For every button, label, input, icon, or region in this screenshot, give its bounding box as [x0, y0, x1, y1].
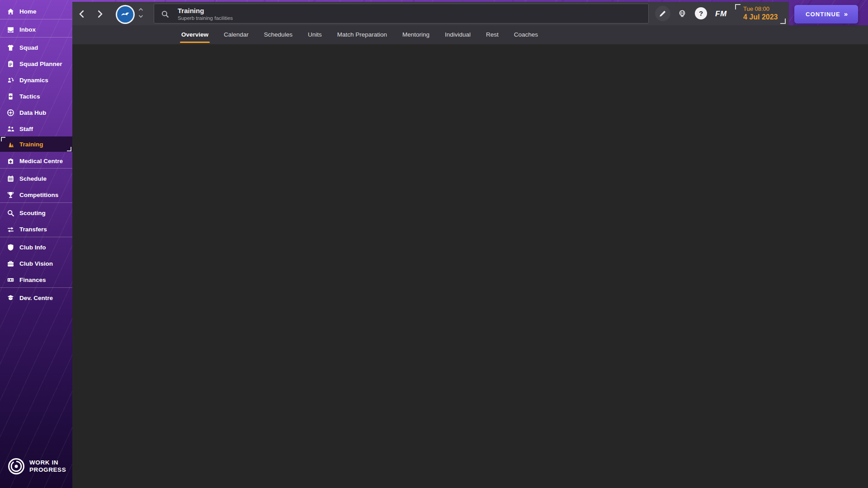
wip-line1: WORK IN — [29, 459, 58, 466]
app-window: WORK IN PROGRESS HomeInboxSquadSquad Pla… — [0, 0, 868, 488]
tab-match-preparation[interactable]: Match Preparation — [330, 25, 395, 44]
chevron-down-icon — [138, 14, 143, 18]
sidebar-separator — [0, 37, 72, 38]
game-date-value: 4 Jul 2023 — [743, 13, 786, 21]
tab-calendar[interactable]: Calendar — [216, 25, 256, 44]
sidebar-item-squad[interactable]: Squad — [0, 41, 72, 54]
sidebar-item-label: Schedule — [19, 175, 47, 182]
sidebar-item-label: Squad — [19, 44, 38, 51]
main-content — [72, 44, 868, 488]
datahub-icon — [7, 109, 14, 117]
sidebar-separator — [0, 202, 72, 203]
tab-rest[interactable]: Rest — [478, 25, 506, 44]
sidebar-item-label: Staff — [19, 126, 33, 132]
search-icon — [161, 10, 169, 18]
sidebar-item-label: Finances — [19, 277, 46, 283]
sidebar-item-squad-planner[interactable]: Squad Planner — [0, 57, 72, 70]
sidebar-item-inbox[interactable]: Inbox — [0, 23, 72, 36]
shield-icon — [7, 244, 14, 251]
sidebar-item-label: Club Vision — [19, 260, 53, 267]
continue-button[interactable]: CONTINUE » — [794, 5, 858, 23]
sidebar-item-label: Transfers — [19, 226, 47, 233]
sidebar-item-dynamics[interactable]: Dynamics — [0, 73, 72, 87]
forward-button[interactable] — [94, 8, 106, 20]
sidebar-item-label: Tactics — [19, 93, 40, 100]
sidebar-item-scouting[interactable]: Scouting — [0, 206, 72, 220]
question-mark-icon: ? — [699, 9, 703, 17]
scout-icon — [7, 209, 14, 217]
continue-label: CONTINUE — [806, 11, 840, 18]
staff-icon — [7, 125, 14, 133]
sidebar-item-label: Inbox — [19, 26, 36, 33]
sidebar-item-tactics[interactable]: Tactics — [0, 89, 72, 103]
sidebar-item-label: Home — [19, 8, 37, 15]
schedule-icon — [7, 175, 14, 183]
club-badge[interactable] — [116, 5, 135, 24]
work-in-progress-logo: WORK IN PROGRESS — [7, 457, 66, 475]
sidebar-separator — [0, 168, 72, 169]
shirt-icon — [7, 44, 14, 52]
game-date: Tue 08:00 4 Jul 2023 — [735, 4, 786, 24]
sidebar-item-label: Scouting — [19, 210, 46, 216]
sidebar-item-label: Data Hub — [19, 109, 46, 116]
globe-icon — [678, 9, 686, 18]
training-icon — [7, 141, 14, 148]
tab-strip: OverviewCalendarSchedulesUnitsMatch Prep… — [72, 25, 868, 44]
pencil-icon — [659, 9, 667, 18]
top-bar: Training Superb training facilities ? FM… — [72, 2, 789, 25]
chevron-right-icon — [96, 10, 104, 18]
sidebar-item-label: Competitions — [19, 192, 58, 198]
inbox-icon — [7, 26, 14, 33]
clipboard-icon — [7, 60, 14, 68]
tactics-icon — [7, 93, 14, 100]
tab-mentoring[interactable]: Mentoring — [395, 25, 437, 44]
game-time: Tue 08:00 — [743, 5, 786, 12]
sidebar-item-club-info[interactable]: Club Info — [0, 240, 72, 254]
dynamics-icon — [7, 76, 14, 84]
sidebar-separator — [0, 19, 72, 19]
tab-individual[interactable]: Individual — [437, 25, 478, 44]
sidebar-item-competitions[interactable]: Competitions — [0, 188, 72, 202]
search-bar[interactable]: Training Superb training facilities — [154, 4, 649, 23]
sidebar-item-data-hub[interactable]: Data Hub — [0, 106, 72, 119]
transfers-icon — [7, 225, 14, 233]
tab-units[interactable]: Units — [300, 25, 330, 44]
sidebar-item-training[interactable]: Training — [0, 136, 72, 152]
devcentre-icon — [7, 294, 14, 302]
sidebar-item-transfers[interactable]: Transfers — [0, 222, 72, 236]
trophy-icon — [7, 191, 14, 199]
sidebar-item-finances[interactable]: Finances — [0, 273, 72, 286]
club-switcher[interactable] — [138, 8, 143, 18]
sidebar-item-dev-centre[interactable]: Dev. Centre — [0, 291, 72, 305]
sidebar-item-schedule[interactable]: Schedule — [0, 172, 72, 185]
sidebar-item-label: Medical Centre — [19, 158, 63, 164]
briefcase-icon — [7, 260, 14, 267]
back-button[interactable] — [76, 8, 88, 20]
sidebar-item-label: Dynamics — [19, 77, 48, 84]
chevron-up-icon — [138, 8, 143, 11]
sidebar-item-club-vision[interactable]: Club Vision — [0, 257, 72, 270]
home-icon — [7, 8, 14, 15]
sidebar-item-home[interactable]: Home — [0, 5, 72, 18]
sidebar: WORK IN PROGRESS HomeInboxSquadSquad Pla… — [0, 0, 72, 488]
wip-line2: PROGRESS — [29, 466, 66, 473]
sidebar-separator — [0, 237, 72, 237]
seagull-icon — [119, 9, 131, 20]
help-button[interactable]: ? — [695, 7, 707, 19]
sidebar-item-label: Club Info — [19, 244, 46, 251]
wip-circle-icon — [7, 457, 25, 475]
sidebar-item-medical-centre[interactable]: Medical Centre — [0, 154, 72, 168]
page-subtitle: Superb training facilities — [178, 15, 233, 21]
medical-icon — [7, 157, 14, 165]
edit-button[interactable] — [655, 6, 670, 21]
finances-icon — [7, 276, 14, 284]
chevron-left-icon — [78, 10, 86, 18]
tab-coaches[interactable]: Coaches — [506, 25, 546, 44]
fm-logo: FM — [715, 9, 727, 19]
world-button[interactable] — [675, 6, 690, 21]
tab-overview[interactable]: Overview — [174, 25, 216, 44]
page-title: Training — [178, 7, 204, 14]
tab-schedules[interactable]: Schedules — [256, 25, 300, 44]
sidebar-separator — [0, 287, 72, 288]
sidebar-item-staff[interactable]: Staff — [0, 122, 72, 136]
